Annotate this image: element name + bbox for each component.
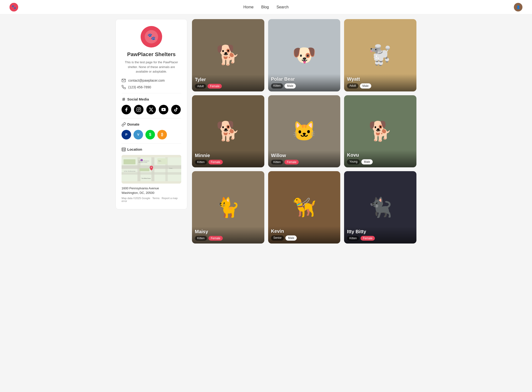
svg-rect-25	[139, 168, 149, 171]
pet-tags: AdultMale	[347, 83, 414, 89]
pet-age-tag: Kitten	[195, 236, 207, 241]
navigation: 🐾 Home Blog Search 👤	[0, 0, 532, 14]
address-block: 1600 Pennsylvania Avenue Washington, DC,…	[122, 186, 181, 195]
nav-home[interactable]: Home	[243, 5, 254, 9]
pet-info: MinnieKittenFemale	[192, 150, 264, 167]
svg-text:🐾: 🐾	[11, 5, 16, 10]
shelter-description: This is the test page for the PawPlacer …	[122, 60, 181, 74]
pet-gender-tag: Female	[208, 236, 223, 241]
location-building-icon	[122, 147, 126, 152]
facebook-icon[interactable]	[122, 105, 131, 114]
svg-text:Women in the...: Women in the...	[138, 162, 148, 163]
pet-gender-tag: Female	[207, 84, 222, 89]
map-container[interactable]: National Museum Women in the... Nati... …	[122, 155, 181, 184]
instagram-icon[interactable]	[134, 105, 144, 114]
pet-gender-tag: Male	[360, 83, 371, 89]
pet-gender-tag: Female	[361, 236, 375, 241]
pet-name: Kevin	[271, 228, 338, 234]
pet-card[interactable]: 🐕TylerAdultFemale	[192, 19, 264, 91]
contact-phone: (123) 456-7890	[122, 85, 181, 89]
svg-line-8	[124, 98, 125, 101]
pet-info: Itty BittyKittenFemale	[344, 227, 416, 244]
shelter-logo-wrap: 🐾	[122, 26, 181, 48]
sidebar: 🐾 PawPlacer Shelters This is the test pa…	[116, 19, 187, 244]
pet-gender-tag: Male	[361, 159, 373, 164]
donate-icon	[122, 122, 126, 127]
pet-card[interactable]: 🐈‍⬛Itty BittyKittenFemale	[344, 171, 416, 244]
hashtag-icon	[122, 97, 126, 101]
svg-text:of the Smithsonian...: of the Smithsonian...	[124, 170, 137, 172]
pet-name: Willow	[271, 153, 338, 158]
nav-logo[interactable]: 🐾	[10, 3, 18, 11]
svg-text:The White House: The White House	[141, 178, 151, 179]
pet-card[interactable]: 🐱WillowKittenFemale	[268, 95, 340, 168]
twitter-x-icon[interactable]	[146, 105, 156, 114]
pet-info: Polar BearKittenMale	[268, 74, 340, 91]
nav-links: Home Blog Search	[243, 5, 288, 9]
map-footer: Map data ©2025 Google Terms Report a map…	[122, 197, 181, 202]
location-title: Location	[122, 147, 181, 152]
pet-gender-tag: Female	[284, 160, 299, 164]
venmo-icon[interactable]: V	[133, 130, 143, 139]
social-icons-group	[122, 105, 181, 114]
bitcoin-icon[interactable]: ₿	[157, 130, 167, 139]
donate-title: Donate	[122, 122, 181, 127]
svg-text:Nati...: Nati...	[158, 160, 162, 161]
page-content: 🐾 PawPlacer Shelters This is the test pa…	[111, 14, 421, 248]
shelter-logo: 🐾	[141, 26, 162, 48]
pet-name: Minnie	[195, 153, 261, 158]
pet-card[interactable]: 🐕KovuYoungMale	[344, 95, 416, 168]
pet-info: KovuYoungMale	[344, 150, 416, 167]
nav-search[interactable]: Search	[277, 5, 289, 9]
paypal-icon[interactable]: P	[122, 130, 131, 139]
pet-name: Tyler	[195, 77, 261, 82]
svg-text:National Museum: National Museum	[138, 160, 149, 161]
svg-point-11	[140, 108, 140, 109]
pet-card[interactable]: 🐶Polar BearKittenMale	[268, 19, 340, 91]
pet-age-tag: Kitten	[271, 160, 283, 164]
svg-rect-23	[123, 159, 135, 164]
pet-info: TylerAdultFemale	[192, 74, 264, 91]
pet-tags: KittenFemale	[271, 160, 338, 164]
pet-info: MaisyKittenFemale	[192, 227, 264, 244]
svg-rect-9	[137, 107, 141, 111]
pet-card[interactable]: 🐕MinnieKittenFemale	[192, 95, 264, 168]
phone-icon	[122, 85, 126, 89]
pet-name: Maisy	[195, 229, 261, 234]
youtube-icon[interactable]	[159, 105, 168, 114]
svg-line-7	[123, 98, 123, 101]
tiktok-icon[interactable]	[171, 105, 181, 114]
donate-payment-icons: P V $ ₿	[122, 130, 181, 139]
cashapp-icon[interactable]: $	[145, 130, 155, 139]
pet-card[interactable]: 🐈MaisyKittenFemale	[192, 171, 264, 244]
pet-age-tag: Adult	[195, 84, 206, 89]
pet-tags: YoungMale	[347, 159, 414, 164]
pet-card[interactable]: 🐩WyattAdultMale	[344, 19, 416, 91]
pet-gender-tag: Male	[284, 83, 296, 89]
pet-grid: 🐕TylerAdultFemale🐶Polar BearKittenMale🐩W…	[192, 19, 416, 244]
pet-tags: KittenMale	[271, 83, 338, 89]
pet-card[interactable]: 🦮KevinSeniorMale	[268, 171, 340, 244]
pet-tags: SeniorMale	[271, 235, 338, 241]
address-line2: Washington, DC, 20500	[122, 191, 181, 195]
address-line1: 1600 Pennsylvania Avenue	[122, 186, 181, 191]
svg-point-10	[138, 109, 140, 110]
divider-1	[122, 93, 181, 93]
pet-name: Itty Bitty	[347, 229, 414, 234]
svg-text:Ford...: Ford...	[169, 168, 173, 169]
pet-tags: KittenFemale	[195, 236, 261, 241]
pet-age-tag: Kitten	[271, 83, 283, 89]
pet-name: Wyatt	[347, 76, 414, 82]
pet-age-tag: Young	[347, 159, 360, 164]
contact-email: contact@pawplacer.com	[122, 78, 181, 83]
sidebar-card: 🐾 PawPlacer Shelters This is the test pa…	[116, 19, 187, 209]
svg-rect-13	[122, 148, 126, 151]
user-avatar[interactable]: 👤	[514, 3, 522, 11]
pet-age-tag: Senior	[271, 235, 284, 241]
pet-age-tag: Adult	[347, 83, 358, 89]
pet-tags: AdultFemale	[195, 84, 261, 89]
nav-blog[interactable]: Blog	[261, 5, 269, 9]
pet-gender-tag: Female	[208, 160, 223, 164]
pet-name: Kovu	[347, 152, 414, 158]
pet-info: WyattAdultMale	[344, 74, 416, 91]
